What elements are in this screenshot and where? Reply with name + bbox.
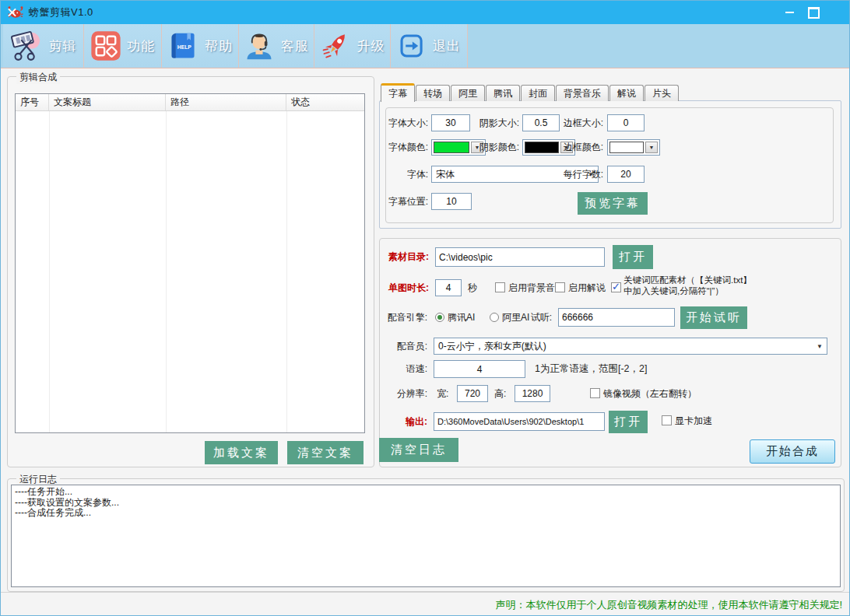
exit-arrow-icon — [397, 31, 427, 61]
font-color-label: 字体颜色: — [374, 139, 428, 156]
engine-ali-radio[interactable] — [490, 313, 499, 322]
maximize-icon[interactable] — [802, 1, 825, 24]
keyword-match-label-line2: 中加入关键词,分隔符“|”） — [623, 285, 814, 296]
feature-grid-icon — [90, 30, 121, 61]
outline-size-input[interactable]: 0 — [607, 114, 645, 131]
gpu-acceleration-label: 显卡加速 — [675, 412, 729, 429]
toolbar-label-features: 功能 — [128, 37, 156, 55]
output-path-input[interactable]: D:\360MoveData\Users\902\Desktop\1 — [434, 412, 605, 431]
speech-speed-input[interactable]: 4 — [434, 360, 525, 378]
voice-actor-value: 0-云小宁，亲和女声(默认) — [438, 340, 546, 353]
output-label: 输出: — [387, 412, 427, 431]
window-title: 螃蟹剪辑V1.0 — [29, 1, 93, 24]
image-duration-label: 单图时长: — [373, 279, 429, 296]
chars-per-line-label: 每行字数: — [549, 166, 603, 183]
support-agent-icon — [244, 30, 275, 61]
toolbar-label-edit: 剪辑 — [49, 37, 77, 55]
enable-narration-checkbox[interactable] — [555, 282, 565, 292]
height-input[interactable]: 1280 — [515, 385, 550, 402]
mirror-video-checkbox[interactable] — [590, 388, 600, 398]
tab-bgm[interactable]: 背景音乐 — [556, 85, 609, 101]
open-output-dir-button[interactable]: 打开 — [609, 411, 648, 433]
gpu-acceleration-checkbox[interactable] — [662, 415, 672, 425]
toolbar-label-upgrade: 升级 — [357, 37, 385, 55]
engine-tencent-radio[interactable] — [435, 313, 444, 322]
script-list-table: 序号 文案标题 路径 状态 — [15, 93, 365, 433]
audition-label: 试听: — [527, 308, 552, 327]
subtitle-position-input[interactable]: 10 — [431, 193, 472, 210]
resolution-label: 分辨率: — [373, 385, 427, 402]
enable-narration-label: 启用解说 — [568, 279, 615, 296]
close-icon[interactable] — [0, 1, 23, 24]
column-header-path[interactable]: 路径 — [166, 94, 286, 110]
height-label: 高: — [494, 385, 513, 402]
app-window: 螃蟹剪辑V1.0 剪辑 — [0, 0, 850, 616]
load-script-button[interactable]: 加载文案 — [205, 441, 278, 464]
shadow-size-label: 阴影大小: — [465, 114, 519, 131]
width-label: 宽: — [437, 385, 455, 402]
start-audition-button[interactable]: 开始试听 — [680, 306, 747, 329]
preview-subtitle-button[interactable]: 预览字幕 — [578, 192, 648, 215]
toolbar-button-support[interactable]: 客服 — [239, 24, 314, 68]
minimize-icon[interactable] — [778, 1, 801, 24]
keyword-match-checkbox[interactable] — [611, 282, 621, 292]
column-header-title[interactable]: 文案标题 — [49, 94, 166, 110]
toolbar-button-edit[interactable]: 剪辑 — [3, 24, 84, 68]
title-bar: 螃蟹剪辑V1.0 — [1, 1, 849, 24]
font-family-value: 宋体 — [436, 168, 455, 181]
voice-actor-select[interactable]: 0-云小宁，亲和女声(默认) — [434, 338, 827, 355]
open-material-dir-button[interactable]: 打开 — [613, 245, 653, 269]
clear-script-button[interactable]: 清空文案 — [287, 441, 364, 464]
image-duration-input[interactable]: 4 — [435, 279, 462, 296]
material-dir-label: 素材目录: — [373, 247, 429, 267]
tab-narration[interactable]: 解说 — [609, 85, 644, 101]
column-header-status[interactable]: 状态 — [286, 94, 364, 110]
tab-intro[interactable]: 片头 — [645, 85, 679, 101]
toolbar-button-features[interactable]: 功能 — [84, 24, 162, 68]
toolbar-button-exit[interactable]: 退出 — [391, 24, 468, 68]
toolbar-label-help: 帮助 — [205, 37, 233, 55]
column-header-index[interactable]: 序号 — [16, 94, 49, 110]
start-compose-button[interactable]: 开始合成 — [750, 439, 835, 464]
enable-bgm-checkbox[interactable] — [495, 282, 505, 292]
compose-group-title: 剪辑合成 — [16, 71, 60, 84]
outline-color-dropdown[interactable] — [607, 139, 660, 156]
tab-cover[interactable]: 封面 — [521, 85, 555, 101]
tab-ali[interactable]: 阿里 — [451, 85, 485, 101]
disclaimer-text: 声明：本软件仅用于个人原创音视频素材的处理，使用本软件请遵守相关规定! — [495, 598, 842, 612]
tab-subtitle[interactable]: 字幕 — [381, 83, 415, 102]
voice-actor-label: 配音员: — [379, 338, 427, 355]
outline-size-label: 边框大小: — [549, 114, 603, 131]
scissors-film-icon — [10, 30, 43, 62]
speech-speed-hint: 1为正常语速，范围[-2，2] — [535, 360, 714, 378]
column-divider — [49, 111, 50, 432]
speech-speed-label: 语速: — [387, 360, 427, 378]
clear-log-button[interactable]: 清空日志 — [379, 438, 458, 462]
log-line: ----获取设置的文案参数... — [15, 498, 837, 509]
run-log-textarea[interactable]: ----任务开始... ----获取设置的文案参数... ----合成任务完成.… — [11, 485, 841, 587]
mirror-video-label: 镜像视频（左右翻转） — [603, 385, 728, 402]
outline-color-label: 边框颜色: — [549, 139, 603, 156]
seconds-unit-label: 秒 — [468, 279, 485, 296]
log-line: ----合成任务完成... — [15, 508, 837, 519]
tab-tencent[interactable]: 腾讯 — [486, 85, 520, 101]
chevron-down-icon — [817, 343, 823, 350]
toolbar-button-upgrade[interactable]: 升级 — [314, 24, 391, 68]
subtitle-position-label: 字幕位置: — [374, 193, 428, 210]
status-bar: 声明：本软件仅用于个人原创音视频素材的处理，使用本软件请遵守相关规定! — [1, 592, 849, 616]
settings-tabs: 字幕 转场 阿里 腾讯 封面 背景音乐 解说 片头 — [381, 83, 680, 101]
chars-per-line-input[interactable]: 20 — [607, 166, 645, 183]
voice-engine-label: 配音引擎: — [371, 308, 427, 327]
audition-text-input[interactable]: 666666 — [558, 308, 675, 327]
tab-transition[interactable]: 转场 — [416, 85, 450, 101]
material-dir-input[interactable]: C:\videos\pic — [435, 247, 605, 267]
toolbar-button-help[interactable]: HELP 帮助 — [162, 24, 239, 68]
chevron-down-icon[interactable] — [645, 142, 658, 153]
script-list-header: 序号 文案标题 路径 状态 — [16, 94, 364, 111]
keyword-match-label: 关键词匹配素材（【关键词.txt】 中加入关键词,分隔符“|”） — [623, 275, 814, 296]
font-family-label: 字体: — [374, 166, 428, 183]
column-divider — [166, 111, 167, 432]
column-divider — [286, 111, 287, 432]
width-input[interactable]: 720 — [457, 385, 488, 402]
shadow-color-label: 阴影颜色: — [465, 139, 519, 156]
